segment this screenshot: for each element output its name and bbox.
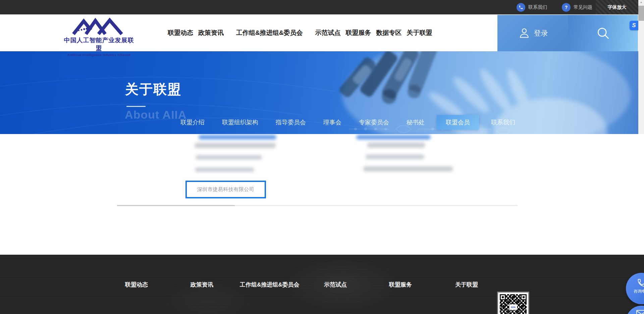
login-button[interactable]: 登录	[497, 15, 568, 51]
title-underline	[126, 106, 146, 107]
nav-policy-info[interactable]: 政策资讯	[198, 28, 224, 37]
nav-workgroups[interactable]: 工作组&推进组&委员会	[236, 28, 303, 37]
phone-icon	[637, 278, 644, 288]
scrollbar-thumb[interactable]	[638, 6, 644, 21]
blurred-member-line	[196, 155, 262, 160]
topbar-contact-label: 联系我们	[528, 4, 547, 10]
aiia-logo-mark	[72, 17, 126, 36]
logo-en-text: Artificial Intelligence Industry Allianc…	[61, 53, 137, 57]
nav-pilot[interactable]: 示范试点	[315, 28, 340, 37]
question-icon: ?	[562, 3, 571, 12]
tab-council[interactable]: 理事会	[323, 118, 341, 126]
horizontal-scroll-thumb[interactable]	[117, 205, 235, 206]
qr-center-logo: AIIA	[509, 304, 517, 310]
site-footer: 联盟动态 政策资讯 工作组&推进组&委员会 示范试点 联盟服务 关于联盟 AII…	[0, 255, 644, 314]
envelope-icon	[636, 310, 644, 314]
blurred-category-heading-left	[199, 135, 276, 139]
footer-qr-code: AIIA	[497, 292, 529, 314]
blurred-member-line	[195, 168, 254, 172]
tab-org-structure[interactable]: 联盟组织架构	[222, 118, 258, 126]
extension-badge-icon[interactable]: S	[630, 21, 638, 30]
page-subtitle: About AIIA	[125, 108, 186, 121]
consult-phone-label: 咨询电话	[634, 289, 644, 294]
nav-data-zone[interactable]: 数据专区	[376, 28, 401, 37]
highlighted-member-item[interactable]: 深圳市捷易科技有限公司	[185, 181, 266, 198]
blurred-member-line	[363, 166, 453, 172]
tab-expert-committee[interactable]: 专家委员会	[359, 118, 389, 126]
horizontal-scroll-track	[117, 205, 518, 206]
highlighted-member-name: 深圳市捷易科技有限公司	[197, 186, 255, 193]
blurred-member-line	[195, 143, 276, 148]
tab-contact-us[interactable]: 联系我们	[491, 118, 515, 126]
page-root: 联系我们 ? 常见问题 字体放大 中国人工智能产业发展联盟 Artifi	[0, 0, 644, 314]
scrollbar-up-arrow-icon[interactable]: ▲	[638, 1, 644, 4]
footer-nav-pilot[interactable]: 示范试点	[324, 281, 347, 289]
banner-tab-bar: 联盟介绍 联盟组织架构 指导委员会 理事会 专家委员会 秘书处 联盟会员 联系我…	[180, 115, 515, 130]
qr-finder-icon	[500, 294, 506, 300]
topbar-font-zoom[interactable]: 字体放大	[596, 0, 638, 14]
user-icon	[518, 27, 531, 40]
nav-services[interactable]: 联盟服务	[345, 28, 371, 37]
blurred-member-line	[366, 154, 424, 159]
footer-nav-policy-info[interactable]: 政策资讯	[191, 281, 213, 289]
page-title: 关于联盟	[125, 80, 181, 99]
footer-nav-alliance-news[interactable]: 联盟动态	[125, 281, 148, 289]
site-logo[interactable]: 中国人工智能产业发展联盟 Artificial Intelligence Ind…	[61, 17, 137, 57]
top-utility-bar: 联系我们 ? 常见问题 字体放大	[0, 0, 644, 14]
blurred-member-line	[367, 142, 425, 148]
footer-nav-workgroups[interactable]: 工作组&推进组&委员会	[240, 281, 300, 289]
topbar-faq[interactable]: ? 常见问题	[562, 0, 592, 14]
page-banner: 关于联盟 About AIIA 联盟介绍 联盟组织架构 指导委员会 理事会 专家…	[0, 51, 644, 134]
footer-nav-services[interactable]: 联盟服务	[389, 281, 412, 289]
topbar-font-zoom-label: 字体放大	[608, 4, 627, 10]
site-header: 中国人工智能产业发展联盟 Artificial Intelligence Ind…	[0, 14, 644, 51]
topbar-contact[interactable]: 联系我们	[517, 0, 547, 14]
tab-alliance-intro[interactable]: 联盟介绍	[180, 118, 205, 126]
member-list-section: 深圳市捷易科技有限公司	[0, 134, 644, 255]
login-label: 登录	[534, 28, 548, 38]
nav-alliance-news[interactable]: 联盟动态	[168, 28, 193, 37]
search-icon	[596, 26, 610, 41]
blurred-category-heading-right	[356, 135, 431, 139]
vertical-scrollbar[interactable]: ▲	[638, 0, 644, 134]
tab-steering-committee[interactable]: 指导委员会	[276, 118, 306, 126]
footer-nav-about[interactable]: 关于联盟	[455, 281, 478, 289]
nav-about[interactable]: 关于联盟	[407, 28, 432, 37]
phone-icon	[517, 3, 525, 12]
topbar-faq-label: 常见问题	[574, 4, 592, 10]
logo-cn-text: 中国人工智能产业发展联盟	[61, 36, 137, 52]
tab-secretariat[interactable]: 秘书处	[407, 118, 425, 126]
search-button[interactable]	[568, 15, 638, 51]
qr-finder-icon	[521, 294, 527, 300]
main-nav: 联盟动态 政策资讯 工作组&推进组&委员会 示范试点 联盟服务 数据专区 关于联…	[168, 14, 432, 51]
tab-alliance-members[interactable]: 联盟会员	[437, 115, 479, 130]
qr-pattern: AIIA	[500, 294, 527, 314]
